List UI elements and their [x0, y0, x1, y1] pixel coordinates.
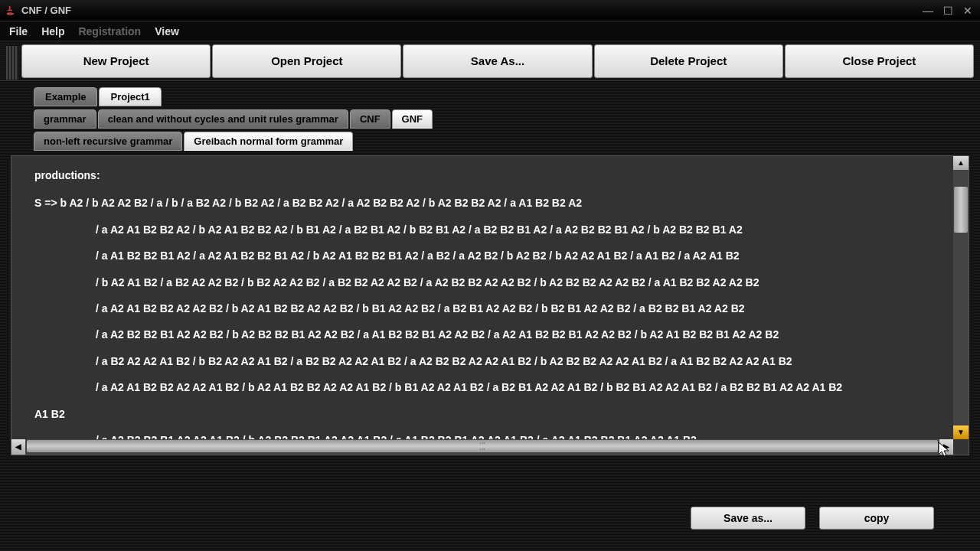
production-line: / a A2 A1 B2 B2 A2 A2 B2 / b A2 A1 B2 B2…	[34, 300, 930, 317]
production-wrap: A1 B2	[34, 406, 930, 422]
production-line: / a A2 B2 B2 B1 A2 A2 A1 B2 / b A2 B2 B2…	[34, 432, 930, 439]
production-line: / a A1 B2 B2 B1 A2 / a A2 A1 B2 B2 B1 A2…	[34, 247, 930, 264]
close-project-button[interactable]: Close Project	[785, 44, 974, 78]
window-title: CNF / GNF	[21, 5, 919, 16]
save-as-button[interactable]: Save As...	[403, 44, 592, 78]
production-line: / a A2 B2 B2 B1 A2 A2 B2 / b A2 B2 B2 B1…	[34, 326, 930, 343]
project-tabs: Example Project1	[11, 87, 969, 106]
scroll-down-button[interactable]: ▼	[953, 425, 969, 439]
menubar: File Help Registration View	[0, 21, 980, 41]
scroll-thumb-horizontal[interactable]	[27, 440, 938, 452]
scroll-left-button[interactable]: ◀	[11, 439, 25, 455]
menu-view[interactable]: View	[155, 25, 179, 37]
production-line: / a B2 A2 A2 A1 B2 / b B2 A2 A2 A1 B2 / …	[34, 353, 930, 370]
delete-project-button[interactable]: Delete Project	[594, 44, 783, 78]
copy-action-button[interactable]: copy	[819, 507, 934, 530]
toolbar-handle[interactable]	[6, 46, 18, 80]
close-button[interactable]: ✕	[959, 3, 977, 18]
action-buttons: Save as... copy	[691, 507, 934, 530]
subtab-clean[interactable]: clean and without cycles and unit rules …	[98, 109, 348, 129]
scroll-thumb-vertical[interactable]	[954, 187, 968, 233]
new-project-button[interactable]: New Project	[21, 44, 211, 78]
grammar-type-tabs: grammar clean and without cycles and uni…	[11, 109, 969, 129]
production-line: / a A2 A1 B2 B2 A2 / b A2 A1 B2 B2 A2 / …	[34, 221, 930, 238]
tab-example[interactable]: Example	[34, 87, 97, 106]
scroll-up-button[interactable]: ▲	[953, 156, 969, 170]
subtab-gnf[interactable]: GNF	[392, 109, 433, 129]
toolbar: New Project Open Project Save As... Dele…	[0, 41, 980, 81]
vertical-scrollbar[interactable]: ▲ ▼	[953, 156, 969, 439]
production-line: / a A2 A1 B2 B2 A2 A2 A1 B2 / b A2 A1 B2…	[34, 379, 930, 396]
maximize-button[interactable]: ☐	[939, 3, 957, 18]
content-area: Example Project1 grammar clean and witho…	[0, 81, 980, 551]
production-line: / b A2 A1 B2 / a B2 A2 A2 B2 / b B2 A2 A…	[34, 274, 930, 291]
horizontal-scrollbar[interactable]: ◀ ▶	[11, 439, 953, 455]
java-icon	[3, 4, 17, 18]
menu-registration[interactable]: Registration	[78, 25, 141, 37]
tab-project1[interactable]: Project1	[99, 87, 161, 106]
subtab-cnf[interactable]: CNF	[350, 109, 390, 129]
save-as-action-button[interactable]: Save as...	[691, 507, 805, 530]
menu-help[interactable]: Help	[41, 25, 64, 37]
menu-file[interactable]: File	[9, 25, 28, 37]
open-project-button[interactable]: Open Project	[212, 44, 401, 78]
titlebar: CNF / GNF — ☐ ✕	[0, 0, 980, 21]
productions-header: productions:	[34, 167, 930, 184]
grammar-content: productions: S => b A2 / b A2 A2 B2 / a …	[11, 156, 953, 439]
production-line: S => b A2 / b A2 A2 B2 / a / b / a B2 A2…	[34, 194, 930, 211]
subtab-nonleft[interactable]: non-left recursive grammar	[34, 132, 182, 151]
grammar-panel: productions: S => b A2 / b A2 A2 B2 / a …	[11, 155, 969, 455]
minimize-button[interactable]: —	[919, 3, 937, 18]
subtab-greibach[interactable]: Greibach normal form grammar	[184, 132, 353, 151]
scroll-right-button[interactable]: ▶	[939, 439, 953, 455]
subtab-grammar[interactable]: grammar	[34, 109, 96, 129]
gnf-subtabs: non-left recursive grammar Greibach norm…	[11, 132, 969, 151]
